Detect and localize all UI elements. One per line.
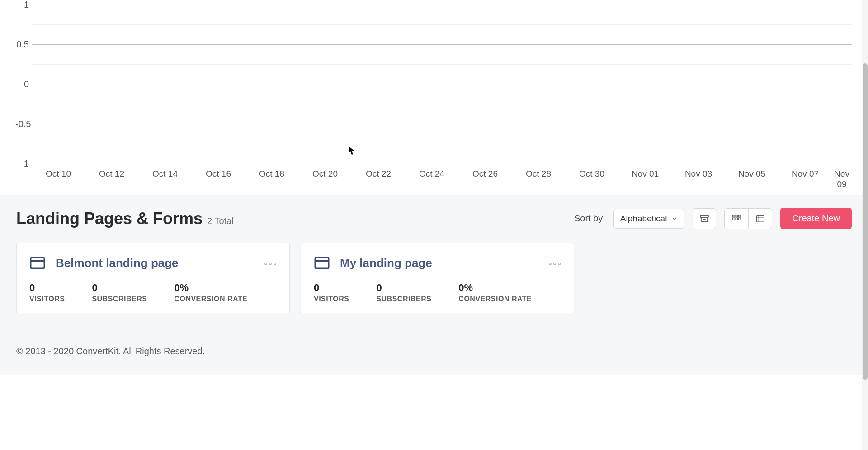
section-controls: Sort by: Alphabetical: [574, 208, 852, 229]
x-tick-label: Nov 01: [618, 169, 672, 190]
gridline-y0: [32, 84, 852, 84]
y-tick-label: -1: [15, 159, 29, 169]
footer: © 2013 - 2020 ConvertKit. All Rights Res…: [0, 333, 868, 375]
card-more-button[interactable]: [548, 257, 561, 269]
x-tick-label: Nov 09: [832, 169, 852, 190]
y-tick-label: 0: [15, 79, 29, 89]
card-more-button[interactable]: [264, 257, 277, 269]
y-tick-label: 0.5: [15, 39, 29, 50]
card-title: My landing page: [340, 256, 538, 270]
landing-page-card[interactable]: Belmont landing page 0 VISITORS 0 SUBSCR: [16, 243, 290, 314]
chevron-down-icon: [671, 216, 678, 222]
svg-point-16: [274, 263, 276, 265]
stat-label: CONVERSION RATE: [458, 295, 532, 303]
x-tick-label: Oct 14: [138, 169, 192, 190]
gridline-y05: [32, 44, 852, 45]
stat-label: CONVERSION RATE: [174, 295, 247, 303]
browser-icon: [29, 255, 46, 271]
gridline-y1: [32, 5, 852, 5]
stat-label: SUBSCRIBERS: [376, 295, 431, 303]
stat-label: VISITORS: [29, 295, 65, 303]
x-tick-label: Oct 18: [245, 169, 298, 190]
stat-subscribers: 0 SUBSCRIBERS: [92, 282, 147, 303]
svg-rect-0: [700, 215, 708, 217]
svg-rect-6: [736, 218, 738, 220]
y-tick-label: 1: [15, 0, 29, 10]
cards-container: Belmont landing page 0 VISITORS 0 SUBSCR: [16, 243, 852, 314]
sort-select[interactable]: Alphabetical: [613, 209, 685, 229]
section-header: Landing Pages & Forms 2 Total Sort by: A…: [16, 208, 852, 229]
archive-button[interactable]: [693, 208, 716, 229]
gridline-faint: [32, 64, 852, 65]
gridline-faint: [32, 104, 852, 104]
create-new-button[interactable]: Create New: [780, 208, 852, 229]
scrollbar[interactable]: [862, 0, 868, 375]
svg-point-21: [558, 263, 560, 265]
grid-icon: [731, 214, 741, 224]
list-icon: [755, 214, 765, 224]
scrollbar-thumb[interactable]: [863, 63, 868, 375]
x-axis: Oct 10 Oct 12 Oct 14 Oct 16 Oct 18 Oct 2…: [32, 169, 852, 190]
more-icon: [264, 262, 277, 266]
y-tick-label: -0.5: [15, 119, 29, 129]
x-tick-label: Oct 22: [352, 169, 405, 190]
x-tick-label: Oct 26: [458, 169, 512, 190]
gridline-faint: [32, 144, 852, 144]
svg-rect-17: [315, 258, 329, 268]
view-list-button[interactable]: [748, 209, 772, 229]
stat-conversion: 0% CONVERSION RATE: [458, 282, 532, 303]
gridline-yneg05: [32, 124, 852, 124]
svg-rect-7: [739, 218, 741, 220]
archive-icon: [699, 213, 710, 224]
section-title-group: Landing Pages & Forms 2 Total: [16, 209, 234, 228]
copyright-text: © 2013 - 2020 ConvertKit. All Rights Res…: [16, 346, 205, 356]
svg-rect-5: [733, 218, 735, 220]
x-tick-label: Oct 30: [565, 169, 618, 190]
card-stats: 0 VISITORS 0 SUBSCRIBERS 0% CONVERSION R…: [29, 282, 277, 303]
card-stats: 0 VISITORS 0 SUBSCRIBERS 0% CONVERSION R…: [314, 282, 561, 303]
sort-select-value: Alphabetical: [620, 214, 667, 224]
section-count: 2 Total: [207, 216, 234, 226]
svg-point-15: [269, 263, 271, 265]
stat-value: 0%: [458, 282, 532, 294]
svg-rect-12: [31, 258, 44, 268]
view-toggle: [724, 208, 772, 229]
browser-icon: [314, 255, 330, 271]
stat-subscribers: 0 SUBSCRIBERS: [376, 282, 431, 303]
svg-rect-8: [757, 215, 764, 222]
x-tick-label: Oct 10: [32, 169, 85, 190]
svg-point-20: [554, 263, 556, 265]
card-header: Belmont landing page: [29, 255, 277, 271]
card-header: My landing page: [314, 255, 561, 271]
x-tick-label: Oct 12: [85, 169, 138, 190]
stat-value: 0: [29, 282, 65, 294]
sort-by-label: Sort by:: [574, 213, 605, 224]
stat-value: 0: [314, 282, 349, 294]
svg-rect-4: [739, 215, 741, 217]
view-grid-button[interactable]: [725, 209, 748, 229]
x-tick-label: Nov 03: [672, 169, 725, 190]
gridline-faint: [32, 24, 852, 25]
chart-grid: [32, 0, 852, 167]
gridline-yneg1: [32, 164, 852, 164]
x-tick-label: Oct 16: [192, 169, 245, 190]
svg-point-14: [265, 263, 267, 265]
stat-label: VISITORS: [314, 295, 349, 303]
stat-visitors: 0 VISITORS: [29, 282, 65, 303]
x-tick-label: Oct 24: [405, 169, 458, 190]
x-tick-label: Nov 07: [778, 169, 832, 190]
section-title: Landing Pages & Forms: [16, 209, 203, 228]
stat-visitors: 0 VISITORS: [314, 282, 349, 303]
stat-value: 0: [376, 282, 431, 294]
x-tick-label: Oct 28: [512, 169, 565, 190]
svg-rect-3: [736, 215, 738, 217]
x-tick-label: Oct 20: [298, 169, 352, 190]
card-title: Belmont landing page: [56, 256, 254, 270]
stat-value: 0%: [174, 282, 247, 294]
stat-label: SUBSCRIBERS: [92, 295, 147, 303]
landing-pages-section: Landing Pages & Forms 2 Total Sort by: A…: [0, 195, 868, 333]
stat-conversion: 0% CONVERSION RATE: [174, 282, 247, 303]
stat-value: 0: [92, 282, 147, 294]
svg-point-19: [549, 263, 551, 265]
landing-page-card[interactable]: My landing page 0 VISITORS 0 SUBSCRIBERS: [301, 243, 574, 314]
